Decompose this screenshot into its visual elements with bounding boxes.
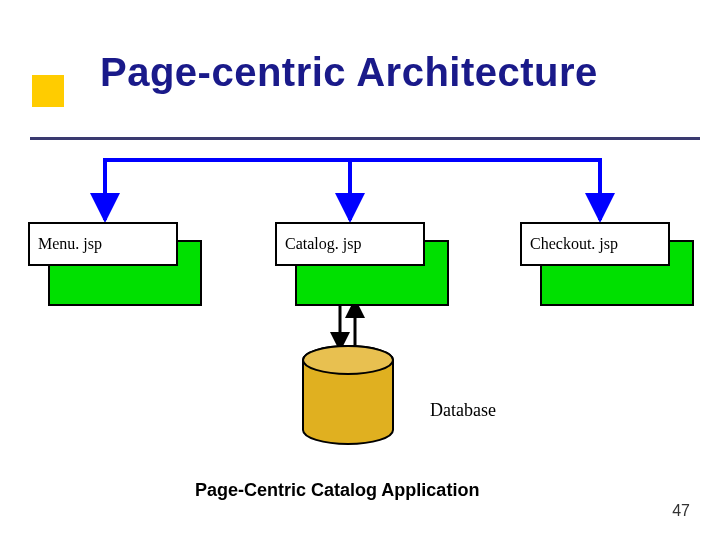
node-menu-jsp: Menu. jsp (28, 222, 178, 266)
slide-title: Page-centric Architecture (100, 50, 598, 95)
node-checkout-jsp: Checkout. jsp (520, 222, 670, 266)
svg-point-4 (303, 346, 393, 374)
node-catalog-jsp: Catalog. jsp (275, 222, 425, 266)
svg-rect-1 (303, 360, 393, 430)
title-underline (30, 137, 700, 140)
slide-caption: Page-Centric Catalog Application (195, 480, 479, 501)
page-number: 47 (672, 502, 690, 520)
svg-point-0 (303, 346, 393, 374)
database-label: Database (430, 400, 496, 421)
title-bullet (32, 75, 64, 107)
